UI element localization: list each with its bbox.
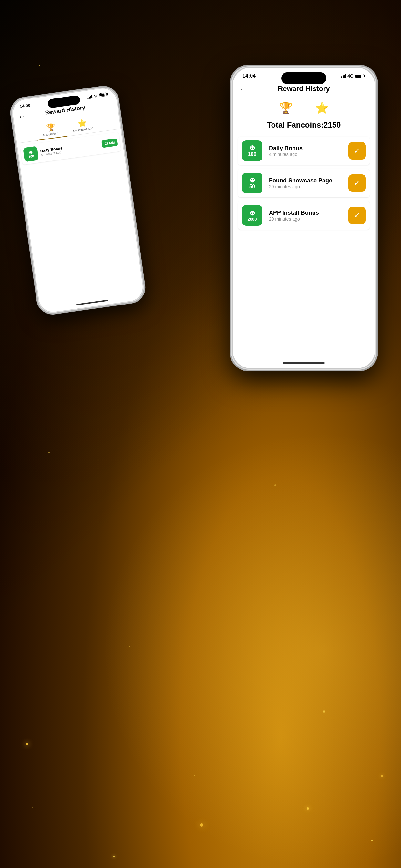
signal-icon-large	[341, 74, 346, 78]
total-fancoins: Total Fancoins:2150	[233, 117, 375, 133]
sparkle-extra-4	[307, 807, 309, 810]
sparkle-11	[32, 807, 33, 808]
reward-value-large-1: 50	[249, 184, 255, 190]
reward-value-large-0: 100	[248, 151, 257, 157]
star-icon-large: ⭐	[315, 101, 329, 114]
time-large: 14:04	[243, 73, 256, 79]
sparkle-extra-3	[113, 856, 115, 857]
phones-container: 14:00 4G	[23, 65, 378, 743]
reward-item-large-1: ⊕ 50 Found Showcase Page 29 minutes ago …	[238, 169, 370, 197]
home-indicator-small	[76, 300, 109, 306]
reward-value-small-0: 100	[28, 154, 34, 158]
reward-item-large-0: ⊕ 100 Daily Bonus 4 minutes ago ✓	[238, 136, 370, 165]
reward-icon-large-0: ⊕ 100	[242, 141, 263, 161]
reward-time-large-2: 29 minutes ago	[269, 216, 342, 221]
checkmark-large-1: ✓	[354, 179, 360, 188]
back-button-small[interactable]: ←	[18, 113, 26, 121]
signal-icon-small	[87, 94, 93, 99]
phone-large-screen: 14:04 4G	[233, 68, 375, 368]
claimed-icon-large-1: ✓	[348, 175, 366, 192]
sparkle-extra-1	[200, 824, 204, 827]
status-icons-small: 4G	[87, 92, 108, 99]
phone-small: 14:00 4G	[8, 84, 147, 317]
unclaimed-label-small: Unclaimed: 100	[73, 127, 93, 133]
reward-title-large-0: Daily Bonus	[269, 145, 342, 152]
reward-icon-large-2: ⊕ 2000	[242, 205, 263, 226]
page-title-large: Reward History	[278, 85, 330, 93]
checkmark-large-2: ✓	[354, 211, 360, 220]
reward-time-large-0: 4 minutes ago	[269, 152, 342, 157]
reward-icon-large-1: ⊕ 50	[242, 173, 263, 193]
sparkle-12	[371, 840, 373, 841]
tab-star-large[interactable]: ⭐	[309, 99, 335, 117]
claimed-icon-large-2: ✓	[348, 207, 366, 224]
reputation-label-small: Reputation: 0	[43, 131, 60, 137]
reward-value-large-2: 2000	[248, 217, 257, 221]
sparkle-extra-2	[381, 775, 383, 777]
trophy-icon-large: 🏆	[279, 101, 292, 114]
reward-item-large-2: ⊕ 2000 APP Install Bonus 29 minutes ago …	[238, 201, 370, 229]
reward-info-small-0: Daily Bonus a moment ago	[40, 141, 100, 157]
plus-icon-large-1: ⊕	[249, 177, 255, 184]
back-button-large[interactable]: ←	[239, 84, 248, 94]
plus-icon-large-2: ⊕	[249, 210, 255, 217]
reward-title-large-1: Found Showcase Page	[269, 177, 342, 184]
plus-icon-large-0: ⊕	[249, 144, 255, 151]
battery-icon-large	[355, 74, 365, 78]
home-indicator-large	[283, 362, 325, 364]
reward-info-large-2: APP Install Bonus 29 minutes ago	[265, 210, 346, 221]
network-large: 4G	[347, 73, 353, 79]
trophy-icon-small: 🏆	[46, 123, 56, 133]
reward-icon-small-0: ⊕ 100	[23, 146, 39, 162]
battery-icon-small	[99, 92, 108, 97]
network-small: 4G	[93, 94, 98, 98]
reward-title-large-2: APP Install Bonus	[269, 210, 342, 216]
sparkle-extra-0	[26, 743, 28, 745]
star-icon-small: ⭐	[78, 119, 87, 128]
dynamic-island-large	[281, 72, 327, 84]
checkmark-large-0: ✓	[354, 146, 360, 155]
time-small: 14:00	[19, 103, 31, 109]
reward-list-large: ⊕ 100 Daily Bonus 4 minutes ago ✓ ⊕	[233, 133, 375, 234]
tab-trophy-large[interactable]: 🏆	[273, 99, 299, 117]
reward-info-large-0: Daily Bonus 4 minutes ago	[265, 145, 346, 157]
reward-info-large-1: Found Showcase Page 29 minutes ago	[265, 177, 346, 189]
sparkle-10	[194, 775, 195, 776]
claim-button-small-0[interactable]: CLAIM	[101, 138, 118, 148]
tabs-large: 🏆 ⭐	[239, 96, 368, 117]
status-icons-large: 4G	[341, 73, 365, 79]
claimed-icon-large-0: ✓	[348, 142, 366, 159]
reward-time-large-1: 29 minutes ago	[269, 184, 342, 189]
phone-large: 14:04 4G	[229, 65, 378, 371]
phone-small-screen: 14:00 4G	[11, 87, 144, 314]
